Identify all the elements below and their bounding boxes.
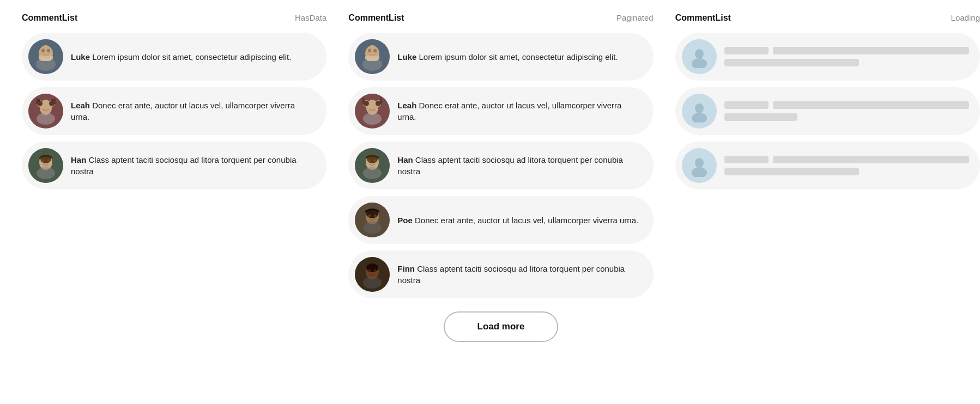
column-subtitle-loading: Loading <box>951 13 980 22</box>
avatar-han <box>28 148 63 183</box>
svg-point-51 <box>368 215 371 217</box>
column-header-paginated: CommentList Paginated <box>348 13 653 23</box>
comment-item-leah2: Leah Donec erat ante, auctor ut lacus ve… <box>348 87 653 135</box>
column-title-loading: CommentList <box>675 13 731 23</box>
comment-text-han2: Han Class aptent taciti sociosqu ad lito… <box>397 154 642 177</box>
avatar-finn <box>355 257 390 292</box>
load-more-button[interactable]: Load more <box>444 311 559 342</box>
comment-body-leah: Donec erat ante, auctor ut lacus vel, ul… <box>71 101 295 121</box>
svg-rect-31 <box>367 58 378 61</box>
comment-list-paginated: Luke Lorem ipsum dolor sit amet, consect… <box>348 33 653 298</box>
comment-author-luke: Luke <box>71 52 90 62</box>
comment-text-luke2: Luke Lorem ipsum dolor sit amet, consect… <box>397 51 618 63</box>
skeleton-rest-2 <box>773 101 969 109</box>
skeleton-tag-3 <box>724 156 769 163</box>
skeleton-tag-1 <box>724 47 769 54</box>
column-subtitle-paginated: Paginated <box>616 13 654 22</box>
main-layout: CommentList HasData <box>11 13 980 342</box>
comment-author-han: Han <box>71 155 86 164</box>
svg-rect-40 <box>362 98 365 105</box>
comment-body-luke2: Lorem ipsum dolor sit amet, consectetur … <box>419 52 618 62</box>
svg-point-22 <box>47 160 50 162</box>
comment-item-leah: Leah Donec erat ante, auctor ut lacus ve… <box>22 87 326 135</box>
svg-point-61 <box>692 58 707 68</box>
skeleton-tag-2 <box>724 101 769 109</box>
comment-item-han: Han Class aptent taciti sociosqu ad lito… <box>22 142 326 189</box>
comment-item-luke: Luke Lorem ipsum dolor sit amet, consect… <box>22 33 326 81</box>
avatar-leah <box>28 94 63 128</box>
svg-point-65 <box>692 167 707 177</box>
skeleton-row-1a <box>724 47 969 54</box>
skeleton-lines-1 <box>724 47 969 66</box>
comment-text-finn: Finn Class aptent taciti sociosqu ad lit… <box>397 263 642 286</box>
skeleton-item-3 <box>675 142 980 189</box>
column-title-has-data: CommentList <box>22 13 77 23</box>
svg-rect-7 <box>40 58 51 61</box>
skeleton-avatar-2 <box>682 94 717 128</box>
svg-point-57 <box>368 270 371 272</box>
svg-point-58 <box>374 270 377 272</box>
comment-body-leah2: Donec erat ante, auctor ut lacus vel, ul… <box>397 101 621 121</box>
comment-author-poe: Poe <box>397 216 413 225</box>
comment-list-loading <box>675 33 980 189</box>
skeleton-row-3a <box>724 156 969 163</box>
svg-point-52 <box>374 215 377 217</box>
column-title-paginated: CommentList <box>348 13 404 23</box>
avatar-luke <box>28 39 63 74</box>
comment-text-leah2: Leah Donec erat ante, auctor ut lacus ve… <box>397 100 642 123</box>
svg-rect-41 <box>380 98 382 105</box>
svg-point-12 <box>41 100 51 111</box>
svg-point-56 <box>366 264 378 272</box>
svg-point-59 <box>363 277 382 289</box>
comment-item-han2: Han Class aptent taciti sociosqu ad lito… <box>348 142 653 189</box>
avatar-luke2 <box>355 39 390 74</box>
skeleton-avatar-1 <box>682 39 717 74</box>
skeleton-avatar-3 <box>682 148 717 183</box>
comment-text-poe: Poe Donec erat ante, auctor ut lacus vel… <box>397 215 638 226</box>
svg-rect-17 <box>53 98 56 105</box>
skeleton-lines-2 <box>724 101 969 121</box>
svg-point-62 <box>695 103 704 113</box>
svg-point-46 <box>374 160 377 162</box>
comment-body-han: Class aptent taciti sociosqu ad litora t… <box>71 155 297 176</box>
skeleton-line-2b <box>724 113 798 121</box>
svg-point-53 <box>363 222 382 234</box>
svg-point-6 <box>47 49 50 53</box>
avatar-poe <box>355 203 390 237</box>
comment-author-finn: Finn <box>397 264 415 273</box>
skeleton-lines-3 <box>724 156 969 175</box>
skeleton-row-2a <box>724 101 969 109</box>
column-paginated: CommentList Paginated <box>337 13 664 342</box>
svg-point-63 <box>692 113 707 123</box>
comment-text-han: Han Class aptent taciti sociosqu ad lito… <box>71 154 316 177</box>
comment-body-finn: Class aptent taciti sociosqu ad litora t… <box>397 264 625 285</box>
comment-author-luke2: Luke <box>397 52 416 62</box>
svg-point-64 <box>695 158 704 168</box>
column-header-loading: CommentList Loading <box>675 13 980 23</box>
svg-point-36 <box>367 100 377 111</box>
svg-point-45 <box>368 160 371 162</box>
column-header-has-data: CommentList HasData <box>22 13 326 23</box>
comment-author-leah2: Leah <box>397 101 416 110</box>
column-loading: CommentList Loading <box>664 13 980 342</box>
column-has-data: CommentList HasData <box>11 13 337 342</box>
skeleton-rest-3 <box>773 156 969 163</box>
svg-point-21 <box>42 160 45 162</box>
comment-item-finn: Finn Class aptent taciti sociosqu ad lit… <box>348 250 653 298</box>
svg-point-47 <box>363 167 382 179</box>
comment-list-has-data: Luke Lorem ipsum dolor sit amet, consect… <box>22 33 326 189</box>
skeleton-item-2 <box>675 87 980 135</box>
comment-author-leah: Leah <box>71 101 90 110</box>
comment-text-leah: Leah Donec erat ante, auctor ut lacus ve… <box>71 100 316 123</box>
comment-item-poe: Poe Donec erat ante, auctor ut lacus vel… <box>348 196 653 244</box>
comment-body-poe: Donec erat ante, auctor ut lacus vel, ul… <box>415 216 638 225</box>
skeleton-item-1 <box>675 33 980 81</box>
avatar-leah2 <box>355 94 390 128</box>
avatar-han2 <box>355 148 390 183</box>
svg-point-5 <box>41 49 45 53</box>
column-subtitle-has-data: HasData <box>295 13 326 22</box>
svg-point-39 <box>363 113 382 125</box>
load-more-wrapper: Load more <box>348 311 653 342</box>
svg-point-29 <box>368 49 371 53</box>
comment-body-han2: Class aptent taciti sociosqu ad litora t… <box>397 155 623 176</box>
